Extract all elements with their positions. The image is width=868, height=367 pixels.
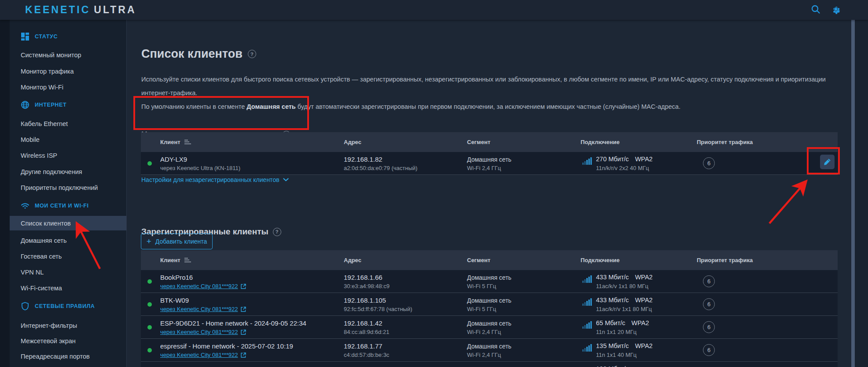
brand-keenetic: KEENETIC: [25, 4, 90, 15]
status-online-dot: [147, 348, 152, 352]
sidebar-section-network-rules: СЕТЕВЫЕ ПРАВИЛА: [21, 301, 95, 311]
client-band: Wi-Fi 5 ГГц: [467, 283, 496, 289]
signal-strength-icon: [582, 344, 592, 352]
globe-icon: [21, 100, 29, 109]
table-row[interactable]: 192.168.1.41 Домашняя сеть 100 Мбит/с 6: [141, 362, 838, 367]
client-segment: Домашняя сеть: [467, 343, 511, 350]
column-connection: Подключение: [581, 250, 620, 270]
sort-icon[interactable]: [184, 139, 191, 145]
client-speed: 65 Мбит/с: [596, 319, 625, 326]
traffic-priority-badge: 6: [703, 321, 715, 333]
plus-icon: +: [147, 237, 151, 245]
external-link-icon: [241, 330, 246, 335]
column-address: Адрес: [344, 250, 361, 270]
sidebar-item-vpn-nl[interactable]: VPN NL: [10, 267, 126, 278]
sidebar-item-other-connections[interactable]: Другие подключения: [10, 166, 126, 178]
signal-strength-icon: [582, 298, 592, 306]
client-via-link[interactable]: через Keenetic City 081***922: [160, 283, 238, 289]
client-band: Wi-Fi 5 ГГц: [467, 306, 496, 312]
dashboard-grid-icon: [21, 32, 29, 41]
table-header: Клиент Адрес Сегмент Подключение Приорит…: [141, 132, 838, 152]
table-header: Клиент Адрес Сегмент Подключение Приорит…: [141, 250, 838, 270]
status-online-dot: [147, 325, 152, 330]
client-mac: 92:fc:5d:ff:67:78 (частный): [344, 306, 412, 312]
client-security: WPA2: [635, 274, 653, 281]
sidebar-item-wireless-isp[interactable]: Wireless ISP: [10, 150, 126, 161]
sidebar-section-my-networks: МОИ СЕТИ И WI-FI: [21, 201, 89, 211]
traffic-priority-badge: 6: [703, 298, 715, 310]
traffic-priority-badge: 6: [703, 344, 715, 356]
client-mac: a2:0d:50:da:e0:79 (частный): [344, 165, 417, 171]
client-name: BookPro16: [160, 274, 193, 281]
table-row[interactable]: ADY-LX9 через Keenetic Ultra (KN-1811) 1…: [141, 152, 838, 175]
column-client: Клиент: [160, 250, 180, 270]
add-client-button[interactable]: + Добавить клиента: [141, 234, 213, 249]
external-link-icon: [241, 284, 246, 289]
client-speed: 135 Мбит/с: [596, 342, 629, 349]
sidebar-item-client-list[interactable]: Список клиентов: [10, 216, 126, 230]
signal-strength-icon: [582, 321, 592, 329]
client-name: ESP-9D6D21 - Home network - 2024-09-05 2…: [160, 319, 306, 327]
client-ip: 192.168.1.105: [344, 297, 386, 304]
signal-strength-icon: [582, 157, 592, 165]
sidebar-item-firewall[interactable]: Межсетевой экран: [10, 335, 126, 347]
sidebar-item-port-forwarding[interactable]: Переадресация портов: [10, 351, 126, 362]
sidebar-item-system-monitor[interactable]: Системный монитор: [10, 49, 126, 61]
sidebar-item-guest-network[interactable]: Гостевая сеть: [10, 251, 126, 262]
shield-icon: [21, 302, 29, 311]
client-security: WPA2: [635, 342, 653, 349]
external-link-icon: [241, 307, 246, 312]
status-online-dot: [147, 161, 152, 166]
client-wifi-mode: 11ac/k/r/v 1x1 80 МГц: [596, 306, 652, 312]
sidebar-item-mobile[interactable]: Mobile: [10, 134, 126, 145]
client-speed: 433 Мбит/с: [596, 297, 629, 304]
edit-client-button[interactable]: [820, 155, 835, 169]
client-mac: 30:e3:a4:98:48:c9: [344, 283, 390, 289]
client-segment: Домашняя сеть: [467, 156, 511, 163]
column-segment: Сегмент: [467, 132, 490, 152]
sidebar-item-wifi-system[interactable]: Wi-Fi-система: [10, 282, 126, 294]
main-content: Список клиентов ? Используйте списки кли…: [126, 20, 852, 367]
sidebar-item-internet-filters[interactable]: Интернет-фильтры: [10, 320, 126, 331]
client-mac: c4:dd:57:db:be:3c: [344, 352, 389, 358]
table-row[interactable]: BookPro16 через Keenetic City 081***922 …: [141, 270, 838, 293]
unregistered-settings-link[interactable]: Настройки для незарегистрированных клиен…: [141, 176, 289, 183]
sidebar-item-connection-priorities[interactable]: Приоритеты подключений: [10, 182, 126, 193]
client-speed: 270 Мбит/с: [596, 156, 629, 163]
client-segment: Домашняя сеть: [467, 297, 511, 304]
help-icon[interactable]: ?: [248, 50, 256, 58]
table-row[interactable]: ESP-9D6D21 - Home network - 2024-09-05 2…: [141, 316, 838, 339]
scrollbar-thumb[interactable]: [851, 20, 855, 367]
gear-icon[interactable]: [831, 4, 841, 14]
sidebar-item-traffic-monitor[interactable]: Монитор трафика: [10, 66, 126, 77]
sidebar-item-home-network[interactable]: Домашняя сеть: [10, 235, 126, 246]
table-row[interactable]: espressif - Home network - 2025-07-02 10…: [141, 339, 838, 362]
sidebar-item-ethernet-cable[interactable]: Кабель Ethernet: [10, 118, 126, 130]
page-title: Список клиентов ?: [141, 47, 256, 61]
column-traffic-priority: Приоритет трафика: [697, 250, 753, 270]
traffic-priority-badge: 6: [703, 275, 715, 287]
sidebar-item-wifi-monitor[interactable]: Монитор Wi-Fi: [10, 82, 126, 93]
client-via-link[interactable]: через Keenetic City 081***922: [160, 306, 238, 312]
sidebar: СТАТУС Системный монитор Монитор трафика…: [10, 20, 126, 367]
table-row[interactable]: BTK-W09 через Keenetic City 081***922 19…: [141, 293, 838, 316]
client-name: BTK-W09: [160, 297, 189, 304]
client-ip: 192.168.1.77: [344, 342, 383, 350]
client-ip: 192.168.1.82: [344, 156, 383, 163]
client-via-link[interactable]: через Keenetic City 081***922: [160, 352, 238, 358]
client-wifi-mode: 11n 1x1 40 МГц: [596, 352, 636, 358]
column-connection: Подключение: [581, 132, 620, 152]
client-ip: 192.168.1.41: [344, 365, 383, 367]
help-icon[interactable]: ?: [273, 228, 281, 236]
right-gutter: [855, 20, 868, 367]
client-name: espressif - Home network - 2025-07-02 10…: [160, 342, 293, 350]
external-link-icon: [241, 352, 246, 358]
client-security: WPA2: [635, 297, 653, 304]
search-icon[interactable]: [811, 4, 820, 14]
client-band: Wi-Fi 2,4 ГГц: [467, 329, 501, 335]
client-segment: Домашняя сеть: [467, 320, 511, 327]
sort-icon[interactable]: [184, 257, 191, 263]
wifi-icon: [21, 201, 29, 210]
client-via-link[interactable]: через Keenetic City 081***922: [160, 329, 238, 335]
client-band: Wi-Fi 2,4 ГГц: [467, 352, 501, 358]
